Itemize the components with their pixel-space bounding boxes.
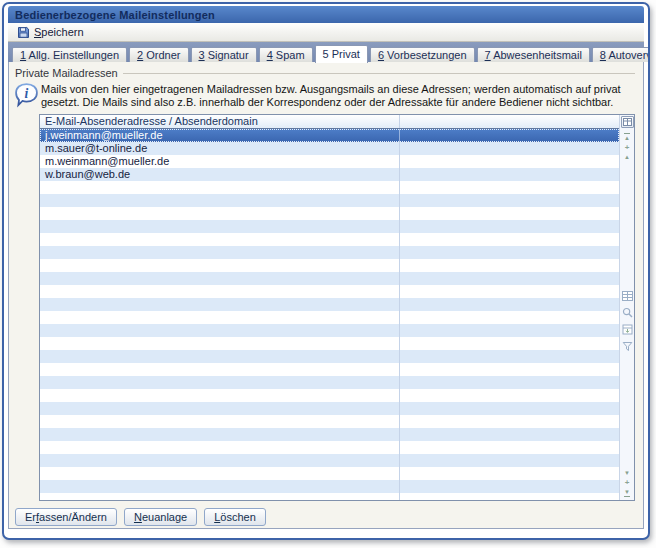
scroll-up-group: ▲ + ▲ [624,133,630,160]
tab-ordner[interactable]: 2 Ordner [129,47,188,62]
tab-panel-privat: Private Mailadressen i Mails von den hie… [8,62,644,529]
grid-row-empty [40,480,619,493]
toolbar: Speichern [8,23,644,42]
filter-icon[interactable] [622,341,633,352]
save-button-label: Speichern [34,26,84,38]
grid-row-empty [40,428,619,441]
grid-body: j.weinmann@mueller.dem.sauer@t-online.de… [40,129,619,500]
grid-row-empty [40,233,619,246]
grid-row-empty [40,415,619,428]
scroll-down-button[interactable]: ▼ [624,470,630,476]
grid-row-empty [40,311,619,324]
info-text: Mails von den hier eingetragenen Mailadr… [41,81,621,109]
grid-row[interactable]: m.weinmann@mueller.de [40,155,619,168]
group-box-header: Private Mailadressen [15,67,635,79]
scroll-bottom-button[interactable]: ▼ [624,489,630,497]
table-view-icon[interactable] [622,291,633,301]
grid-row-empty [40,285,619,298]
group-title: Private Mailadressen [15,67,123,79]
grid-row-empty [40,363,619,376]
save-icon [17,26,30,39]
export-icon[interactable] [622,324,633,335]
tab-spam[interactable]: 4 Spam [259,47,313,62]
page-down-button[interactable]: + [625,479,630,486]
grid-row-empty [40,246,619,259]
grid-header-row: E-Mail-Absenderadresse / Absenderdomain [40,115,619,129]
info-text-line2: gesetzt. Die Mails sind also z.B. innerh… [41,96,621,109]
tab-bar: 1 Allg. Einstellungen2 Ordner3 Signatur4… [8,42,644,62]
grid-row-empty [40,441,619,454]
grid-row-empty [40,493,619,500]
grid-row-empty [40,467,619,480]
info-icon: i [15,81,41,109]
tab-allg-einstellungen[interactable]: 1 Allg. Einstellungen [12,47,127,62]
info-text-line1: Mails von den hier eingetragenen Mailadr… [41,83,621,96]
column-header-extra[interactable] [400,115,619,128]
grid-row-empty [40,207,619,220]
neuanlage-button[interactable]: Neuanlage [124,508,197,526]
grid-row-empty [40,454,619,467]
grid-row-empty [40,181,619,194]
scroll-top-button[interactable]: ▲ [624,133,630,141]
grid-row[interactable]: w.braun@web.de [40,168,619,181]
grid-row-empty [40,337,619,350]
window-title: Bedienerbezogene Maileinstellungen [15,9,215,21]
tab-signatur[interactable]: 3 Signatur [191,47,257,62]
email-grid: E-Mail-Absenderadresse / Absenderdomain … [39,114,635,501]
grid-row-empty [40,220,619,233]
grid-row-empty [40,389,619,402]
scroll-down-group: ▼ + ▼ [620,470,634,497]
grid-row-empty [40,259,619,272]
column-header-email[interactable]: E-Mail-Absenderadresse / Absenderdomain [40,115,400,128]
title-bar: Bedienerbezogene Maileinstellungen [8,6,644,23]
group-divider [123,73,635,74]
grid-tool-icons [620,291,634,352]
tab-abwesenheitsmail[interactable]: 7 Abwesenheitsmail [477,47,590,62]
info-row: i Mails von den hier eingetragenen Maila… [15,81,635,109]
grid-main: E-Mail-Absenderadresse / Absenderdomain … [40,115,619,500]
grid-row-empty [40,272,619,285]
grid-row-empty [40,402,619,415]
tab-vorbesetzungen[interactable]: 6 Vorbesetzungen [370,47,475,62]
search-icon[interactable] [622,307,633,318]
grid-row-empty [40,324,619,337]
tab-privat[interactable]: 5 Privat [315,45,368,63]
page-up-button[interactable]: + [625,144,630,151]
grid-row-empty [40,194,619,207]
grid-row-empty [40,298,619,311]
scroll-up-button[interactable]: ▲ [624,154,630,160]
grid-row[interactable]: j.weinmann@mueller.de [40,129,619,142]
grid-side-toolbar: ▲ + ▲ [619,115,634,500]
grid-row-empty [40,350,619,363]
erfassen-aendern-button[interactable]: Erfassen/Ändern [15,508,117,526]
save-button[interactable]: Speichern [13,24,91,41]
button-row: Erfassen/ÄndernNeuanlageLöschen [15,508,635,526]
loeschen-button[interactable]: Löschen [204,508,266,526]
svg-text:i: i [25,86,29,101]
tab-autovervollständigung[interactable]: 8 Autovervollständigung [592,47,650,62]
column-chooser-button[interactable] [621,116,634,128]
window: Bedienerbezogene Maileinstellungen Speic… [2,2,650,540]
grid-row[interactable]: m.sauer@t-online.de [40,142,619,155]
grid-row-empty [40,376,619,389]
column-chooser-icon [623,118,632,126]
